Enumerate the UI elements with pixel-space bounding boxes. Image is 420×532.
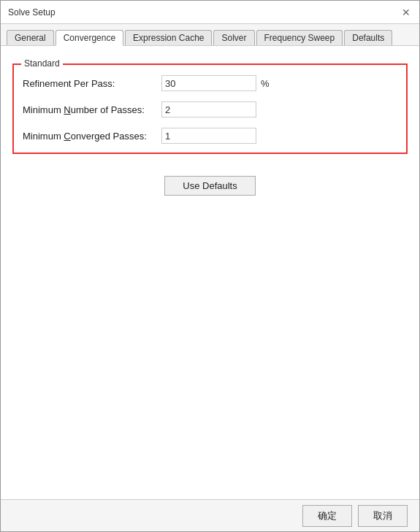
bottom-bar: 确定 取消 — [1, 499, 419, 531]
minimum-converged-passes-row: Minimum Converged Passes: — [23, 128, 397, 144]
refinement-per-pass-input[interactable] — [161, 75, 256, 91]
cancel-button[interactable]: 取消 — [358, 505, 408, 527]
close-button[interactable]: ✕ — [400, 7, 412, 18]
solve-setup-window: Solve Setup ✕ General Convergence Expres… — [0, 0, 420, 532]
tab-expression-cache[interactable]: Expression Cache — [125, 30, 212, 45]
tab-solver[interactable]: Solver — [213, 30, 254, 45]
tab-convergence[interactable]: Convergence — [56, 30, 123, 46]
use-defaults-row: Use Defaults — [12, 176, 408, 196]
use-defaults-button[interactable]: Use Defaults — [164, 176, 255, 196]
ok-button[interactable]: 确定 — [302, 505, 352, 527]
tab-frequency-sweep[interactable]: Frequency Sweep — [256, 30, 343, 45]
title-bar: Solve Setup ✕ — [1, 1, 419, 24]
tab-defaults[interactable]: Defaults — [344, 30, 392, 45]
refinement-per-pass-row: Refinement Per Pass: % — [23, 75, 397, 91]
minimum-number-passes-row: Minimum Number of Passes: — [23, 101, 397, 117]
window-title: Solve Setup — [8, 7, 56, 18]
content-area: Standard Refinement Per Pass: % Minimum … — [1, 46, 419, 499]
tab-general[interactable]: General — [7, 30, 54, 45]
refinement-unit: % — [261, 78, 270, 89]
standard-legend: Standard — [21, 58, 63, 69]
minimum-number-passes-label: Minimum Number of Passes: — [23, 104, 161, 115]
minimum-number-passes-input[interactable] — [161, 101, 256, 117]
minimum-converged-passes-label: Minimum Converged Passes: — [23, 131, 161, 142]
minimum-converged-passes-input[interactable] — [161, 128, 256, 144]
refinement-per-pass-label: Refinement Per Pass: — [23, 78, 161, 89]
standard-group: Standard Refinement Per Pass: % Minimum … — [12, 63, 408, 154]
tabs-bar: General Convergence Expression Cache Sol… — [1, 24, 419, 46]
